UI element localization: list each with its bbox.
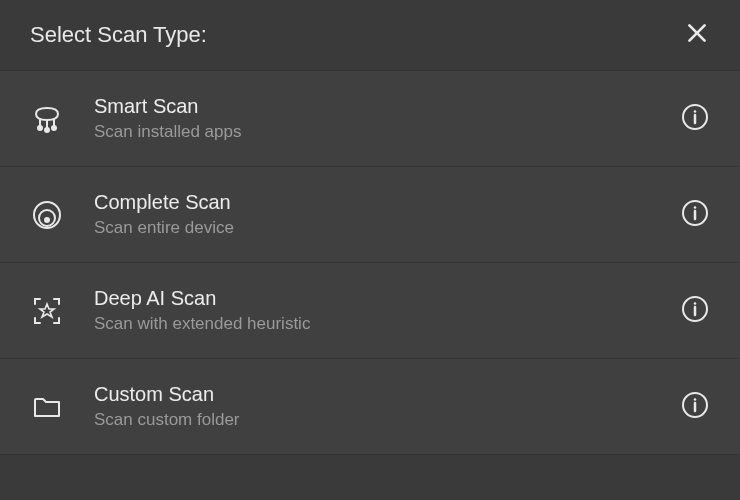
custom-scan-icon — [30, 390, 64, 424]
svg-point-18 — [694, 302, 697, 305]
info-button[interactable] — [680, 296, 710, 326]
info-icon — [680, 102, 710, 136]
scan-option-title: Smart Scan — [94, 95, 680, 118]
scan-option-smart[interactable]: Smart Scan Scan installed apps — [0, 70, 740, 166]
scan-option-subtitle: Scan custom folder — [94, 410, 680, 430]
scan-option-complete[interactable]: Complete Scan Scan entire device — [0, 166, 740, 262]
svg-point-5 — [45, 128, 49, 132]
info-button[interactable] — [680, 392, 710, 422]
scan-option-title: Complete Scan — [94, 191, 680, 214]
scan-option-custom[interactable]: Custom Scan Scan custom folder — [0, 358, 740, 455]
scan-option-subtitle: Scan with extended heuristic — [94, 314, 680, 334]
scan-option-subtitle: Scan installed apps — [94, 122, 680, 142]
info-icon — [680, 294, 710, 328]
scan-type-list: Smart Scan Scan installed apps Complete … — [0, 70, 740, 455]
svg-point-3 — [38, 126, 42, 130]
scan-option-text: Complete Scan Scan entire device — [94, 191, 680, 238]
close-button[interactable] — [684, 20, 710, 50]
scan-option-title: Custom Scan — [94, 383, 680, 406]
svg-point-11 — [34, 202, 60, 228]
info-button[interactable] — [680, 104, 710, 134]
svg-point-21 — [694, 398, 697, 401]
svg-point-13 — [44, 217, 50, 223]
svg-point-7 — [52, 126, 56, 130]
complete-scan-icon — [30, 198, 64, 232]
deep-ai-scan-icon — [30, 294, 64, 328]
smart-scan-icon — [30, 102, 64, 136]
scan-option-text: Smart Scan Scan installed apps — [94, 95, 680, 142]
scan-option-subtitle: Scan entire device — [94, 218, 680, 238]
close-icon — [684, 20, 710, 50]
info-icon — [680, 198, 710, 232]
svg-point-9 — [694, 110, 697, 113]
scan-option-text: Custom Scan Scan custom folder — [94, 383, 680, 430]
modal-header: Select Scan Type: — [0, 0, 740, 70]
info-button[interactable] — [680, 200, 710, 230]
scan-option-deep-ai[interactable]: Deep AI Scan Scan with extended heuristi… — [0, 262, 740, 358]
scan-option-text: Deep AI Scan Scan with extended heuristi… — [94, 287, 680, 334]
info-icon — [680, 390, 710, 424]
svg-point-15 — [694, 206, 697, 209]
scan-option-title: Deep AI Scan — [94, 287, 680, 310]
modal-title: Select Scan Type: — [30, 22, 207, 48]
